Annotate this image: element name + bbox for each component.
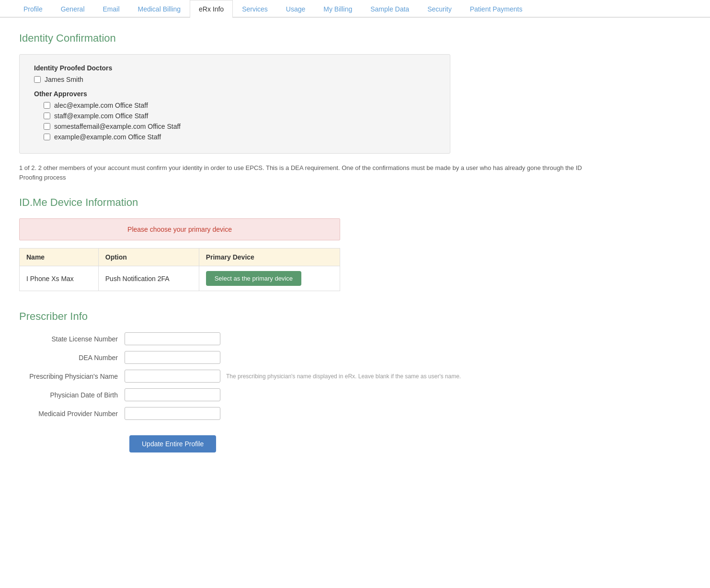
prescriber-hint-prescribing-physician: The prescribing physician's name display… bbox=[226, 373, 461, 380]
proofed-doctor-checkbox[interactable] bbox=[34, 76, 41, 83]
main-content: Identity Confirmation Identity Proofed D… bbox=[0, 18, 623, 486]
prescriber-label-prescribing-physician: Prescribing Physician's Name bbox=[19, 373, 125, 380]
prescriber-label-dob: Physician Date of Birth bbox=[19, 391, 125, 399]
idme-device-section: ID.Me Device Information Please choose y… bbox=[19, 196, 604, 291]
proofed-doctor-row: James Smith bbox=[34, 76, 435, 83]
approver-checkbox[interactable] bbox=[44, 134, 50, 140]
select-primary-device-button[interactable]: Select as the primary device bbox=[206, 271, 301, 286]
proofed-doctors-label: Identity Proofed Doctors bbox=[34, 64, 435, 72]
prescriber-info-section: Prescriber Info State License NumberDEA … bbox=[19, 310, 604, 452]
approver-email: alec@example.com Office Staff bbox=[54, 102, 148, 109]
approver-email: example@example.com Office Staff bbox=[54, 133, 161, 141]
tab-general[interactable]: General bbox=[52, 0, 94, 18]
col-header-primary: Primary Device bbox=[199, 249, 340, 266]
proofed-doctors-list: James Smith bbox=[34, 76, 435, 83]
tab-email[interactable]: Email bbox=[94, 0, 129, 18]
identity-confirmation-title: Identity Confirmation bbox=[19, 32, 604, 45]
device-name-cell: I Phone Xs Max bbox=[20, 266, 99, 291]
tab-profile[interactable]: Profile bbox=[14, 0, 52, 18]
approver-checkbox[interactable] bbox=[44, 123, 50, 130]
tab-my-billing[interactable]: My Billing bbox=[314, 0, 361, 18]
approver-row: example@example.com Office Staff bbox=[44, 133, 435, 141]
prescriber-input-dob[interactable] bbox=[125, 388, 220, 401]
prescriber-label-medicaid-provider: Medicaid Provider Number bbox=[19, 410, 125, 418]
approver-checkbox[interactable] bbox=[44, 102, 50, 109]
device-table-row: I Phone Xs MaxPush Notification 2FASelec… bbox=[20, 266, 340, 291]
tab-erx-info[interactable]: eRx Info bbox=[190, 0, 233, 18]
prescriber-field-dea-number: DEA Number bbox=[19, 351, 604, 364]
col-header-name: Name bbox=[20, 249, 99, 266]
prescriber-input-state-license[interactable] bbox=[125, 332, 220, 345]
device-option-cell: Push Notification 2FA bbox=[98, 266, 199, 291]
approver-row: somestaffemail@example.com Office Staff bbox=[44, 123, 435, 130]
tab-medical-billing[interactable]: Medical Billing bbox=[129, 0, 190, 18]
tab-sample-data[interactable]: Sample Data bbox=[361, 0, 418, 18]
other-approvers-label: Other Approvers bbox=[34, 90, 435, 98]
prescriber-input-dea-number[interactable] bbox=[125, 351, 220, 364]
approver-email: somestaffemail@example.com Office Staff bbox=[54, 123, 181, 130]
prescriber-field-dob: Physician Date of Birth bbox=[19, 388, 604, 401]
prescriber-info-title: Prescriber Info bbox=[19, 310, 604, 323]
prescriber-input-medicaid-provider[interactable] bbox=[125, 407, 220, 420]
device-primary-cell: Select as the primary device bbox=[199, 266, 340, 291]
approver-email: staff@example.com Office Staff bbox=[54, 112, 148, 120]
approver-row: alec@example.com Office Staff bbox=[44, 102, 435, 109]
identity-confirmation-box: Identity Proofed Doctors James Smith Oth… bbox=[19, 54, 450, 154]
tabs-nav: ProfileGeneralEmailMedical BillingeRx In… bbox=[0, 0, 710, 18]
idme-alert-banner: Please choose your primary device bbox=[19, 218, 340, 240]
col-header-option: Option bbox=[98, 249, 199, 266]
tab-patient-payments[interactable]: Patient Payments bbox=[461, 0, 532, 18]
identity-info-text: 1 of 2. 2 other members of your account … bbox=[19, 163, 594, 182]
prescriber-fields: State License NumberDEA NumberPrescribin… bbox=[19, 332, 604, 420]
tab-security[interactable]: Security bbox=[418, 0, 461, 18]
proofed-doctor-name: James Smith bbox=[45, 76, 83, 83]
approver-checkbox[interactable] bbox=[44, 113, 50, 119]
device-table-body: I Phone Xs MaxPush Notification 2FASelec… bbox=[20, 266, 340, 291]
tab-usage[interactable]: Usage bbox=[277, 0, 314, 18]
approvers-list: alec@example.com Office Staffstaff@examp… bbox=[34, 102, 435, 141]
prescriber-field-medicaid-provider: Medicaid Provider Number bbox=[19, 407, 604, 420]
tab-services[interactable]: Services bbox=[233, 0, 277, 18]
update-profile-button[interactable]: Update Entire Profile bbox=[129, 435, 216, 452]
device-table: Name Option Primary Device I Phone Xs Ma… bbox=[19, 248, 340, 291]
prescriber-field-state-license: State License Number bbox=[19, 332, 604, 345]
prescriber-label-dea-number: DEA Number bbox=[19, 354, 125, 362]
prescriber-label-state-license: State License Number bbox=[19, 335, 125, 343]
other-approvers-section: Other Approvers alec@example.com Office … bbox=[34, 90, 435, 141]
approver-row: staff@example.com Office Staff bbox=[44, 112, 435, 120]
prescriber-field-prescribing-physician: Prescribing Physician's NameThe prescrib… bbox=[19, 370, 604, 383]
idme-device-title: ID.Me Device Information bbox=[19, 196, 604, 209]
prescriber-input-prescribing-physician[interactable] bbox=[125, 370, 220, 383]
